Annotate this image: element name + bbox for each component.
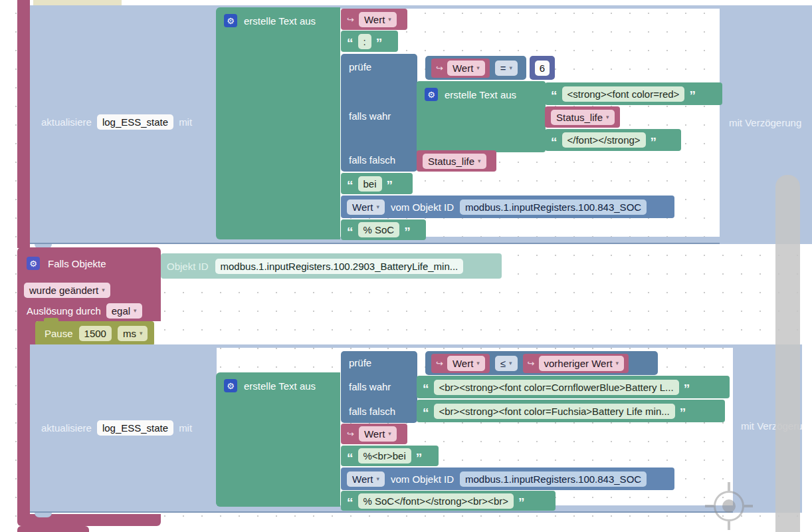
gear-icon[interactable]: ⚙: [27, 257, 40, 270]
text-block-true[interactable]: “ <br><strong><font color=CornflowerBlue…: [417, 376, 730, 398]
create-text-block-2[interactable]: ⚙ erstelle Text aus: [417, 81, 546, 152]
object-name-field[interactable]: log_ESS_state: [97, 420, 173, 436]
update-block-2-label-row: aktualisiere log_ESS_state mit: [41, 420, 192, 436]
object-id-label: Objekt ID: [167, 261, 209, 272]
object-id-field[interactable]: modbus.1.inputRegisters.100.843_SOC: [460, 471, 647, 487]
next-trigger-block-top[interactable]: [17, 526, 89, 532]
insert-arrow-icon: ↪: [528, 359, 535, 368]
text-block-pct-bei[interactable]: “ %<br>bei ”: [341, 446, 439, 466]
variable-dropdown[interactable]: Status_life▾: [423, 154, 486, 169]
chevron-down-icon: ▾: [388, 17, 391, 23]
get-value-label: vom Objekt ID: [391, 473, 454, 485]
if-false-label: falls falsch: [349, 406, 395, 417]
pause-unit-dropdown[interactable]: ms▾: [118, 326, 148, 341]
quote-open-icon: “: [423, 409, 429, 416]
pause-block[interactable]: Pause 1500 ms▾: [35, 321, 154, 346]
crosshair-icon[interactable]: [705, 482, 753, 530]
get-value-block-2[interactable]: Wert▾ vom Objekt ID modbus.1.inputRegist…: [341, 467, 674, 490]
trigger-block-wall-left[interactable]: [17, 0, 30, 248]
trigger-changed-row: wurde geändert▾: [17, 279, 161, 301]
text-block-open-tag[interactable]: “ <strong><font color=red> ”: [545, 82, 722, 105]
text-field[interactable]: <strong><font color=red>: [562, 86, 685, 102]
trigger-mode-dropdown[interactable]: egal▾: [106, 303, 142, 319]
trigger-block-header[interactable]: ⚙ Falls Objekte: [17, 247, 161, 279]
blockly-workspace[interactable]: { "icons": { "gear": "⚙", "caret": "▾", …: [0, 0, 812, 532]
gear-icon[interactable]: ⚙: [425, 88, 438, 101]
create-text-block-1[interactable]: ⚙ erstelle Text aus: [216, 7, 340, 239]
insert-arrow-icon: ↪: [436, 359, 443, 368]
object-name-field[interactable]: log_ESS_state: [97, 114, 173, 130]
number-block-6[interactable]: 6: [530, 56, 555, 80]
chevron-down-icon: ▾: [140, 331, 143, 336]
if-true-label: falls wahr: [349, 381, 391, 392]
value-type-dropdown[interactable]: Wert▾: [347, 471, 385, 487]
object-id-field[interactable]: modbus.1.inputRegisters.100.2903_Battery…: [215, 259, 464, 274]
variable-block-cmp-left[interactable]: ↪ Wert▾: [431, 354, 490, 373]
quote-open-icon: “: [347, 499, 354, 506]
quote-close-icon: ”: [376, 39, 383, 47]
variable-dropdown[interactable]: Wert▾: [359, 426, 397, 442]
text-field[interactable]: :: [358, 34, 371, 49]
text-block-bei[interactable]: “ bei ”: [341, 173, 413, 194]
text-block-soc-close[interactable]: “ % SoC</font></strong><br><br> ”: [341, 491, 556, 511]
pause-value-field[interactable]: 1500: [79, 326, 112, 341]
variable-dropdown[interactable]: Wert▾: [447, 61, 485, 76]
variable-block-status-false[interactable]: Status_life▾: [417, 150, 496, 172]
variable-block-status-true[interactable]: Status_life▾: [545, 106, 620, 128]
text-block-soc[interactable]: “ % SoC ”: [341, 219, 426, 240]
quote-close-icon: ”: [518, 499, 525, 506]
if-block-2[interactable]: prüfe falls wahr falls falsch: [341, 351, 417, 423]
variable-dropdown[interactable]: Wert▾: [359, 12, 397, 27]
value-type-dropdown[interactable]: Wert▾: [347, 200, 385, 215]
compare-block-2[interactable]: ↪ Wert▾ ≤▾ ↪ vorheriger Wert▾: [425, 351, 658, 375]
text-block-colon[interactable]: “ : ”: [341, 31, 398, 52]
text-field[interactable]: %<br>bei: [358, 448, 411, 464]
text-field[interactable]: </font></strong>: [562, 132, 646, 148]
text-block-false[interactable]: “ <br><strong><font color=Fuchsia>Batter…: [417, 400, 725, 422]
trigger-label: Falls Objekte: [48, 258, 106, 269]
chevron-down-icon: ▾: [606, 114, 609, 120]
operator-dropdown[interactable]: ≤▾: [495, 356, 518, 371]
operator-dropdown[interactable]: =▾: [495, 61, 518, 76]
changed-dropdown[interactable]: wurde geändert▾: [24, 283, 110, 298]
variable-dropdown[interactable]: vorheriger Wert▾: [539, 356, 625, 371]
pause-label: Pause: [45, 328, 73, 339]
text-field[interactable]: % SoC</font></strong><br><br>: [358, 493, 514, 509]
update-suffix-label: mit: [179, 116, 192, 128]
variable-block-wert-1[interactable]: ↪ Wert▾: [341, 9, 407, 30]
text-field[interactable]: bei: [358, 176, 382, 192]
object-id-field[interactable]: modbus.1.inputRegisters.100.843_SOC: [460, 200, 647, 215]
gear-icon[interactable]: ⚙: [224, 379, 237, 392]
gear-icon[interactable]: ⚙: [224, 14, 237, 27]
get-value-block-1[interactable]: Wert▾ vom Objekt ID modbus.1.inputRegist…: [341, 196, 674, 218]
chevron-down-icon: ▾: [509, 360, 512, 366]
create-text-block-3[interactable]: ⚙ erstelle Text aus: [216, 372, 340, 507]
text-field[interactable]: <br><strong><font color=Fuchsia>Battery …: [434, 404, 675, 419]
insert-arrow-icon: ↪: [347, 430, 354, 438]
variable-dropdown[interactable]: Status_life▾: [551, 110, 615, 125]
text-field[interactable]: % SoC: [358, 222, 400, 237]
object-id-block[interactable]: Objekt ID modbus.1.inputRegisters.100.29…: [161, 253, 502, 279]
compare-block-1[interactable]: ↪ Wert▾ =▾: [425, 56, 526, 80]
text-field[interactable]: <br><strong><font color=CornflowerBlue>B…: [434, 380, 679, 395]
trigger-block-wall[interactable]: [17, 321, 30, 515]
update-block-1-label-row: aktualisiere log_ESS_state mit: [41, 114, 192, 130]
update-block-1-top: [30, 5, 812, 9]
variable-dropdown[interactable]: Wert▾: [447, 356, 485, 371]
update-prefix-label: aktualisiere: [41, 422, 92, 434]
delay-label: mit Verzögerung: [729, 117, 801, 128]
number-field[interactable]: 6: [535, 61, 550, 76]
quote-open-icon: “: [423, 385, 429, 392]
quote-close-icon: ”: [387, 182, 393, 189]
if-block-1[interactable]: prüfe falls wahr falls falsch: [341, 54, 417, 172]
chevron-down-icon: ▾: [102, 287, 105, 293]
vertical-scrollbar-thumb[interactable]: [775, 175, 800, 532]
get-value-label: vom Objekt ID: [391, 201, 454, 213]
chevron-down-icon: ▾: [478, 158, 481, 164]
variable-block-wert-2[interactable]: ↪ Wert▾: [341, 424, 407, 444]
text-block-close-tag[interactable]: “ </font></strong> ”: [545, 129, 681, 151]
quote-close-icon: ”: [684, 385, 690, 392]
variable-block-cmp-left[interactable]: ↪ Wert▾: [431, 59, 490, 78]
variable-block-cmp-right[interactable]: ↪ vorheriger Wert▾: [523, 354, 629, 373]
block-fragment-top[interactable]: [33, 0, 122, 5]
